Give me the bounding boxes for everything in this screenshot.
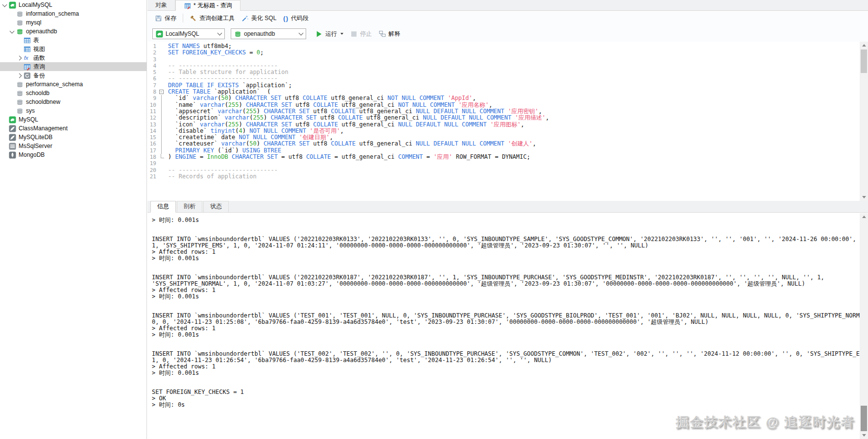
editor-line-code: ) ENGINE = InnoDB CHARACTER SET = utf8 C… (165, 154, 860, 160)
scroll-up-arrow[interactable] (860, 42, 868, 49)
message-log[interactable]: > 时间: 0.001s INSERT INTO `wmsinboundorde… (147, 213, 860, 439)
save-icon (155, 15, 162, 22)
tree-arrow-spacer (16, 37, 23, 44)
database-icon (16, 98, 24, 106)
chevron-right-icon[interactable] (16, 54, 23, 62)
editor-scrollbar-thumb[interactable] (861, 49, 867, 73)
database-select[interactable]: openauthdb (231, 28, 306, 39)
tree-item-mysqlitedb[interactable]: MySQLiteDB (0, 133, 146, 142)
editor-line[interactable]: 1SET NAMES utf8mb4; (147, 43, 860, 49)
tree-item-label: schooldbnew (26, 98, 63, 105)
editor-line[interactable]: 7DROP TABLE IF EXISTS `application`; (147, 82, 860, 89)
tree-item-mssqlserver[interactable]: MsSqlServer (0, 142, 146, 150)
database-icon (16, 90, 24, 97)
tree-item-performance-schema[interactable]: performance_schema (0, 80, 146, 89)
tree-item-mongodb[interactable]: MongoDB (0, 150, 146, 159)
tree-item-n7[interactable]: 查询 (0, 62, 146, 71)
editor-line[interactable]: 4-- ---------------------------- (147, 63, 860, 69)
run-button[interactable]: 运行 (312, 28, 347, 40)
editor-fold-column (157, 49, 165, 56)
run-dropdown-caret[interactable] (340, 33, 343, 35)
stop-button[interactable]: 停止 (347, 28, 375, 40)
tree-item-localmysql[interactable]: LocalMySQL (0, 0, 146, 9)
editor-line[interactable]: 10 `name` varchar(255) CHARACTER SET utf… (147, 102, 860, 108)
tree-item-information-schema[interactable]: information_schema (0, 9, 146, 18)
tree-arrow-spacer (1, 125, 8, 132)
tree-item-classmanagement[interactable]: ClassManagement (0, 124, 146, 133)
scroll-down-arrow[interactable] (860, 432, 868, 439)
editor-line[interactable]: 6-- ---------------------------- (147, 75, 860, 82)
message-line: 'SYS_SHIPTYPE_NORMAL', 1, 0, '2024-11-07… (152, 281, 860, 287)
editor-line[interactable]: 12 `description` varchar(255) CHARACTER … (147, 115, 860, 121)
chevron-down-icon[interactable] (1, 1, 8, 9)
editor-fold-column (157, 56, 165, 63)
query-builder-button[interactable]: 查询创建工具 (186, 13, 238, 24)
chevron-right-icon[interactable] (16, 72, 23, 79)
tree-item-sys[interactable]: sys (0, 106, 146, 115)
editor-line[interactable]: 14 `disable` tinyint(4) NOT NULL COMMENT… (147, 128, 860, 134)
document-tab-strip: 对象* 无标题 - 查询 (147, 0, 868, 11)
editor-line[interactable]: 21-- Records of application (147, 173, 860, 180)
tree-item-schooldbnew[interactable]: schooldbnew (0, 98, 146, 106)
result-tab-0[interactable]: 信息 (150, 201, 176, 213)
editor-line[interactable]: 20-- ---------------------------- (147, 167, 860, 173)
watermark: 掘金技术社区 @ 追逐时光者 (676, 414, 855, 431)
tree-item-n4[interactable]: 表 (0, 36, 146, 45)
editor-line-number: 12 (147, 115, 157, 121)
tree-arrow-spacer (8, 98, 16, 106)
editor-line[interactable]: 19 (147, 160, 860, 167)
message-line: > 时间: 0.001s (152, 332, 860, 338)
tree-item-n8[interactable]: 备份 (0, 71, 146, 80)
database-icon (16, 19, 24, 26)
editor-line[interactable]: 3 (147, 56, 860, 63)
editor-line-number: 13 (147, 122, 157, 128)
editor-fold-column (157, 147, 165, 154)
scroll-up-arrow[interactable] (860, 213, 868, 220)
tree-item-schooldb[interactable]: schooldb (0, 89, 146, 98)
editor-line[interactable]: 18) ENGINE = InnoDB CHARACTER SET = utf8… (147, 154, 860, 160)
editor-line[interactable]: 5-- Table structure for application (147, 69, 860, 75)
result-tab-1[interactable]: 剖析 (177, 201, 202, 212)
code-snippet-label: 代码段 (291, 14, 309, 23)
save-button[interactable]: 保存 (151, 13, 180, 24)
editor-line[interactable]: 13 `icon` varchar(255) CHARACTER SET utf… (147, 122, 860, 128)
scroll-down-arrow[interactable] (860, 194, 868, 201)
tree-arrow-spacer (1, 143, 8, 150)
editor-line-number: 6 (147, 75, 157, 82)
document-tab-objects[interactable]: 对象 (147, 0, 175, 10)
tree-item-n5[interactable]: 视图 (0, 45, 146, 53)
explain-button[interactable]: 解释 (375, 28, 404, 40)
message-line: > 时间: 0.001s (152, 293, 860, 300)
editor-line[interactable]: 16 `createuser` varchar(50) CHARACTER SE… (147, 141, 860, 147)
editor-line-code: -- ---------------------------- (165, 75, 860, 82)
tree-item-mysql[interactable]: MySQL (0, 115, 146, 124)
connection-tree[interactable]: LocalMySQLinformation_schemamysqlopenaut… (0, 0, 147, 439)
chevron-down-icon[interactable] (8, 28, 16, 35)
sqlite-connection-icon (9, 125, 16, 132)
editor-line[interactable]: 8-CREATE TABLE `application` ( (147, 89, 860, 95)
tree-arrow-spacer (16, 46, 23, 53)
editor-line[interactable]: 11 `appsecret` varchar(255) CHARACTER SE… (147, 108, 860, 115)
message-line (152, 338, 860, 344)
message-line: > OK (152, 395, 860, 402)
sql-editor[interactable]: 1SET NAMES utf8mb4;2SET FOREIGN_KEY_CHEC… (147, 42, 860, 202)
tree-item-n6[interactable]: fx函数 (0, 53, 146, 62)
editor-line[interactable]: 9 `id` varchar(50) CHARACTER SET utf8 CO… (147, 95, 860, 101)
message-line: INSERT INTO `wmsinboundordertbl` VALUES … (152, 351, 860, 357)
editor-line[interactable]: 17 PRIMARY KEY (`id`) USING BTREE (147, 147, 860, 154)
message-line (152, 262, 860, 268)
code-snippet-button[interactable]: () 代码段 (280, 13, 312, 24)
mongodb-connection-icon (9, 151, 16, 159)
result-tab-2[interactable]: 状态 (203, 201, 229, 212)
connection-select[interactable]: LocalMySQL (152, 28, 225, 39)
editor-line-code: `createtime` date NOT NULL COMMENT '创建日期… (165, 134, 860, 141)
beautify-sql-button[interactable]: 美化 SQL (238, 13, 280, 24)
query-builder-icon (190, 15, 197, 22)
messages-scrollbar-thumb[interactable] (861, 406, 867, 431)
editor-fold-column (157, 82, 165, 89)
tree-item-mysql[interactable]: mysql (0, 18, 146, 27)
editor-line[interactable]: 15 `createtime` date NOT NULL COMMENT '创… (147, 134, 860, 141)
document-tab-query[interactable]: * 无标题 - 查询 (175, 0, 241, 11)
editor-line[interactable]: 2SET FOREIGN_KEY_CHECKS = 0; (147, 49, 860, 56)
tree-item-openauthdb[interactable]: openauthdb (0, 27, 146, 36)
